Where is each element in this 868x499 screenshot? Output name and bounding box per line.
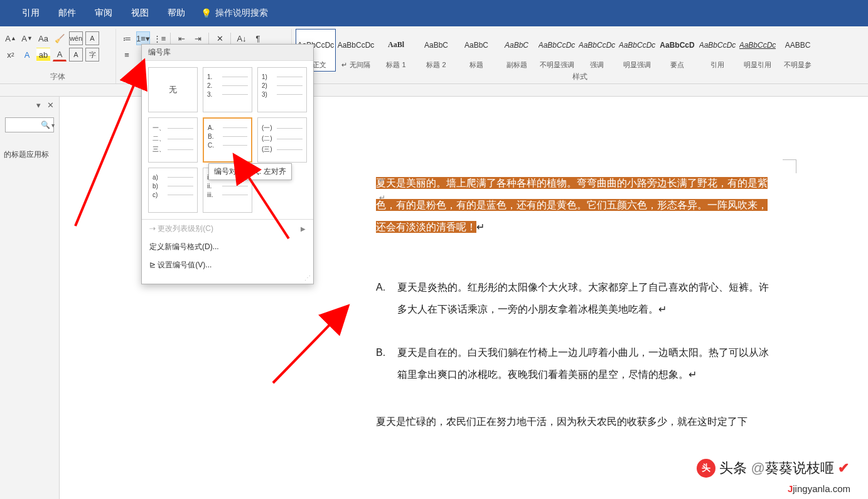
show-marks-button[interactable]: ¶ — [251, 31, 265, 45]
footer-item-label: 设置编号值(V)... — [158, 260, 212, 269]
thumb-marker: 3) — [262, 91, 277, 98]
clear-format-button[interactable]: 🧹 — [53, 31, 67, 45]
styles-group-label: 样式 — [292, 72, 868, 82]
styles-group: AaBbCcDc↵ 正文AaBbCcDc↵ 无间隔AaBl标题 1AaBbC标题… — [292, 29, 868, 83]
grow-font-button[interactable]: A▲ — [4, 31, 18, 45]
style-item[interactable]: AaBbCcDc明显强调 — [617, 29, 657, 72]
numbering-thumb-none[interactable]: 无 — [148, 67, 198, 112]
style-preview: AaBbCcDc — [699, 31, 736, 59]
tell-me-search[interactable]: 操作说明搜索 — [215, 8, 268, 19]
style-preview: AaBbCcD — [659, 31, 695, 59]
align-left-button[interactable]: ≡ — [120, 48, 134, 62]
style-name: 不明显强调 — [538, 60, 575, 70]
nav-close-button[interactable]: ✕ — [47, 100, 54, 110]
list-marker: A. — [376, 276, 397, 320]
numbering-thumb[interactable]: 1)2)3) — [257, 67, 307, 112]
nav-options-button[interactable]: ▾ — [36, 100, 41, 110]
search-icon[interactable]: 🔍 — [40, 121, 51, 129]
list-marker: B. — [376, 341, 397, 385]
phonetic-button[interactable]: wén — [69, 31, 83, 45]
nav-search-box[interactable]: 🔍 ▾ — [5, 117, 54, 132]
resize-grip-icon[interactable]: ⋰ — [142, 274, 313, 284]
style-item[interactable]: AaBbC标题 — [456, 29, 496, 72]
decrease-indent-button[interactable]: ⇤ — [174, 31, 188, 45]
tab-quote[interactable]: 引用 — [13, 0, 49, 26]
paragraph-highlighted[interactable]: 夏天是美丽的。墙上爬满了各种各样的植物。弯弯曲曲的小路旁边长满了野花，有的是紫色… — [376, 172, 771, 239]
numbering-thumb[interactable]: a)b)c) — [148, 168, 198, 213]
superscript-button[interactable]: x2 — [4, 48, 18, 62]
numbering-thumb[interactable]: 一、二、三、 — [148, 117, 198, 163]
tab-help[interactable]: 帮助 — [158, 0, 195, 26]
paragraph[interactable]: 夏天是忙碌的，农民们正在努力地干活，因为秋天农民的收获多少，就在这时定了下 — [376, 410, 771, 432]
tab-review[interactable]: 审阅 — [85, 0, 122, 26]
style-item[interactable]: AaBbCcDc不明显强调 — [537, 29, 577, 72]
nav-empty-message: 的标题应用标 — [0, 136, 59, 173]
thumb-line — [168, 128, 193, 129]
ltr-button[interactable]: ✕ — [213, 31, 227, 45]
numbering-footer-item[interactable]: ⊵ 设置编号值(V)... — [142, 256, 313, 274]
style-item[interactable]: AaBbCcDc引用 — [697, 29, 737, 72]
numbering-dropdown-footer: ⇢ 更改列表级别(C)▶定义新编号格式(D)...⊵ 设置编号值(V)... — [142, 219, 313, 274]
style-preview: AaBbCcDc — [739, 31, 776, 59]
thumb-marker: 一、 — [153, 124, 168, 132]
bullets-button[interactable]: ≔ — [120, 31, 134, 45]
thumb-marker: B. — [208, 133, 223, 140]
style-preview: AaBbCcDc — [579, 31, 615, 59]
nav-search-input[interactable] — [8, 121, 40, 129]
ribbon-tabs: 引用 邮件 审阅 视图 帮助 💡 操作说明搜索 — [0, 0, 868, 26]
footer-item-icon: ⇢ — [149, 224, 158, 233]
separator — [230, 33, 231, 44]
tab-view[interactable]: 视图 — [122, 0, 158, 26]
style-item[interactable]: AaBbC标题 2 — [416, 29, 456, 72]
ruler-stub — [0, 84, 868, 97]
style-name: 标题 1 — [378, 60, 414, 70]
tab-mail[interactable]: 邮件 — [49, 0, 85, 26]
thumb-line — [277, 149, 303, 150]
footer-item-label: 定义新编号格式(D)... — [149, 242, 219, 251]
thumb-line — [223, 136, 247, 137]
thumb-marker: 2) — [262, 82, 277, 89]
enclose-char-button[interactable]: 字 — [85, 48, 99, 62]
numbering-thumb[interactable]: 1.2.3. — [203, 67, 252, 112]
char-shading-button[interactable]: A — [69, 48, 83, 62]
thumb-line — [222, 85, 248, 86]
multilevel-button[interactable]: ⋮≡ — [153, 31, 166, 45]
char-border-button[interactable]: A — [85, 31, 99, 45]
font-color-button[interactable]: A — [53, 48, 67, 62]
list-body: 夏天是炎热的。红彤彤的太阳像个大火球。大家都穿上了自己喜欢的背心、短裤。许多大人… — [397, 276, 771, 320]
shrink-font-button[interactable]: A▼ — [20, 31, 34, 45]
numbering-thumb[interactable]: (一)(二)(三) — [257, 117, 307, 163]
list-item[interactable]: B. 夏天是自在的。白天我们躺在竹椅上一边儿哼着小曲儿，一边晒太阳。热了可以从冰… — [376, 341, 771, 385]
thumb-marker: 2. — [207, 82, 222, 89]
style-item[interactable]: AaBl标题 1 — [376, 29, 416, 72]
styles-gallery[interactable]: AaBbCcDc↵ 正文AaBbCcDc↵ 无间隔AaBl标题 1AaBbC标题… — [292, 29, 868, 72]
text-effects-button[interactable]: A — [20, 48, 34, 62]
numbering-footer-item[interactable]: 定义新编号格式(D)... — [142, 238, 313, 256]
search-drop-icon[interactable]: ▾ — [51, 122, 55, 129]
increase-indent-button[interactable]: ⇥ — [191, 31, 205, 45]
font-group-label: 字体 — [0, 72, 115, 82]
thumb-line — [222, 77, 248, 77]
style-item[interactable]: AaBbCcDc↵ 无间隔 — [336, 29, 376, 72]
numbering-button[interactable]: 1≡▾ — [136, 31, 150, 45]
highlight-button[interactable]: ab — [36, 48, 50, 62]
style-item[interactable]: AABBC不明显参 — [778, 29, 818, 72]
list-item[interactable]: A. 夏天是炎热的。红彤彤的太阳像个大火球。大家都穿上了自己喜欢的背心、短裤。许… — [376, 276, 771, 320]
sort-button[interactable]: A↓ — [235, 31, 249, 45]
thumb-line — [222, 195, 248, 195]
numbering-dropdown-header: 编号库 — [142, 45, 313, 61]
style-name: 要点 — [659, 60, 695, 70]
thumb-marker: 二、 — [153, 134, 168, 143]
thumb-marker: 三、 — [153, 145, 168, 154]
style-item[interactable]: AaBbCcDc明显引用 — [737, 29, 778, 72]
numbering-thumb[interactable]: A.B.C. — [203, 117, 252, 163]
thumb-marker: (二) — [262, 134, 277, 143]
thumb-line — [168, 186, 193, 186]
separator — [170, 33, 171, 44]
style-preview: AaBl — [378, 31, 414, 59]
style-item[interactable]: AaBbC副标题 — [496, 29, 537, 72]
style-item[interactable]: AaBbCcDc强调 — [577, 29, 617, 72]
avatar-icon: 头 — [697, 459, 715, 478]
change-case-button[interactable]: Aa — [36, 31, 50, 45]
style-item[interactable]: AaBbCcD要点 — [657, 29, 697, 72]
